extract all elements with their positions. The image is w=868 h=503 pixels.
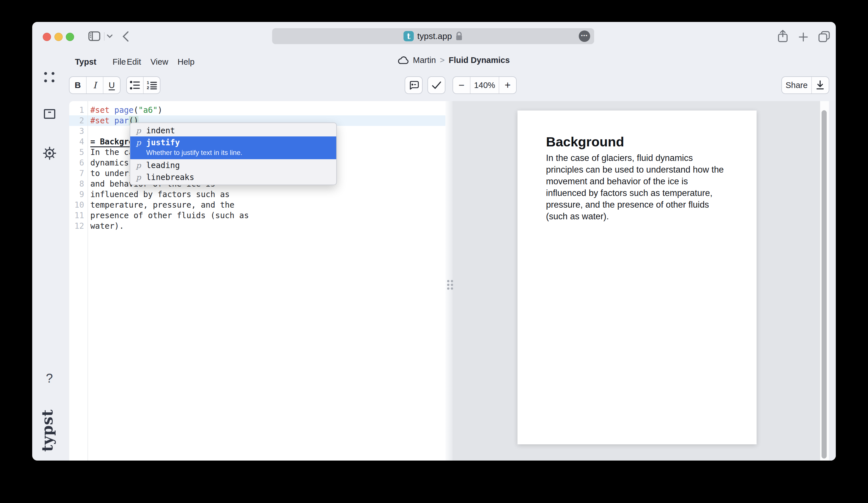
- bold-button[interactable]: B: [70, 77, 86, 93]
- cloud-icon: [397, 56, 409, 65]
- autocomplete-menu[interactable]: pindentpjustifyWhether to justify text i…: [130, 123, 337, 185]
- preview-page: Background In the case of glaciers, flui…: [517, 111, 757, 444]
- bullet-list-button[interactable]: [127, 77, 143, 93]
- line-number: 4: [69, 136, 84, 147]
- line-number: 11: [69, 210, 84, 221]
- autocomplete-item-label: indent: [146, 126, 175, 135]
- close-window-button[interactable]: [43, 33, 51, 41]
- code-token: water).: [90, 221, 124, 231]
- code-token: par: [114, 116, 129, 125]
- line-number: 6: [69, 157, 84, 168]
- breadcrumb: Martin > Fluid Dynamics: [397, 55, 510, 65]
- line-number: 3: [69, 126, 84, 136]
- zoom-out-button[interactable]: −: [453, 77, 470, 93]
- help-button[interactable]: ?: [46, 371, 53, 385]
- menu-typst[interactable]: Typst: [75, 57, 96, 67]
- line-number: 5: [69, 147, 84, 157]
- page-settings-button[interactable]: •••: [579, 31, 590, 42]
- preview-text-line: influenced by factors such as temperatur…: [546, 187, 724, 199]
- zoom-in-button[interactable]: +: [499, 77, 516, 93]
- autocomplete-item-label: leading: [146, 161, 180, 170]
- code-token: "a6": [138, 105, 158, 115]
- numbered-list-icon: 1 2: [146, 81, 157, 90]
- zoom-level-value[interactable]: 140%: [470, 77, 499, 93]
- autocomplete-item-description: Whether to justify text in its line.: [146, 148, 336, 157]
- code-line[interactable]: #set page("a6"): [90, 105, 249, 115]
- download-icon: [816, 80, 824, 90]
- svg-text:1: 1: [147, 81, 149, 85]
- format-button-group: B I U: [69, 76, 121, 94]
- preview-text-line: pressure, and the presence of other flui…: [546, 199, 724, 210]
- divider-drag-handle[interactable]: [447, 280, 453, 290]
- app-grid-icon[interactable]: [44, 72, 54, 82]
- preview-text-line: (such as water).: [546, 210, 724, 222]
- preview-pane: Background In the case of glaciers, flui…: [453, 101, 820, 461]
- line-number: 1: [69, 105, 84, 115]
- preview-text-line: movement and behavior of the ice is: [546, 176, 724, 187]
- settings-gear-icon[interactable]: [43, 147, 56, 160]
- menu-view[interactable]: View: [151, 57, 168, 67]
- autocomplete-item[interactable]: pindent: [130, 125, 336, 136]
- share-page-icon[interactable]: [778, 30, 788, 42]
- preview-scrollbar-thumb[interactable]: [822, 110, 827, 459]
- list-button-group: 1 2: [126, 76, 161, 94]
- code-line[interactable]: temperature, pressure, and the: [90, 200, 249, 210]
- comment-icon: [409, 80, 419, 90]
- preview-text-line: principles can be used to understand how…: [546, 164, 724, 176]
- code-token: page: [114, 105, 133, 115]
- breadcrumb-separator: >: [440, 55, 445, 65]
- italic-button[interactable]: I: [86, 77, 103, 93]
- line-number: 10: [69, 200, 84, 210]
- minimize-window-button[interactable]: [54, 33, 63, 41]
- right-gutter: [829, 101, 836, 461]
- gutter-divider: [87, 101, 88, 461]
- check-button[interactable]: [427, 76, 445, 94]
- underline-button[interactable]: U: [103, 77, 120, 93]
- chrome-separator: [104, 32, 105, 41]
- line-number: 9: [69, 189, 84, 200]
- url-text: typst.app: [417, 31, 452, 41]
- code-token: ): [158, 105, 163, 115]
- address-bar[interactable]: t typst.app •••: [272, 28, 594, 44]
- code-line[interactable]: influenced by factors such as: [90, 189, 249, 200]
- parameter-icon: p: [135, 161, 142, 170]
- line-number: 2: [69, 115, 84, 126]
- code-token: presence of other fluids (such as: [90, 211, 249, 220]
- files-panel-icon[interactable]: [44, 109, 55, 119]
- code-line[interactable]: water).: [90, 221, 249, 231]
- share-button[interactable]: Share: [782, 77, 811, 93]
- menu-file[interactable]: File: [113, 57, 126, 67]
- back-button-icon[interactable]: [122, 31, 129, 42]
- code-token: temperature, pressure, and the: [90, 200, 235, 210]
- code-token: #set: [90, 116, 110, 125]
- parameter-icon: p: [135, 138, 142, 147]
- code-token: (: [134, 105, 138, 115]
- breadcrumb-workspace[interactable]: Martin: [413, 55, 436, 65]
- bullet-list-icon: [130, 81, 140, 90]
- new-tab-icon[interactable]: [798, 32, 808, 42]
- line-number: 7: [69, 168, 84, 179]
- line-number: 8: [69, 179, 84, 189]
- gutter-numbers: 123456789101112: [69, 105, 84, 231]
- code-line[interactable]: presence of other fluids (such as: [90, 210, 249, 221]
- autocomplete-item-label: linebreaks: [146, 172, 194, 182]
- autocomplete-item-label: justify: [146, 138, 180, 147]
- breadcrumb-document-title[interactable]: Fluid Dynamics: [449, 55, 510, 65]
- autocomplete-item[interactable]: plinebreaks: [130, 171, 336, 183]
- numbered-list-button[interactable]: 1 2: [143, 77, 160, 93]
- sidebar-toggle-icon[interactable]: [88, 31, 100, 41]
- tab-overview-icon[interactable]: [818, 31, 830, 42]
- ellipsis-icon: •••: [581, 33, 588, 40]
- autocomplete-item[interactable]: pleading: [130, 159, 336, 171]
- chevron-down-icon[interactable]: [107, 34, 113, 38]
- download-button[interactable]: [811, 77, 829, 93]
- svg-text:2: 2: [147, 85, 149, 90]
- code-token: [110, 105, 114, 115]
- comment-button[interactable]: [405, 76, 423, 94]
- typst-logo: typst: [35, 409, 59, 452]
- menu-edit[interactable]: Edit: [127, 57, 141, 67]
- menu-help[interactable]: Help: [177, 57, 195, 67]
- check-icon: [432, 81, 442, 89]
- fullscreen-window-button[interactable]: [66, 33, 74, 41]
- autocomplete-item[interactable]: pjustifyWhether to justify text in its l…: [130, 136, 336, 159]
